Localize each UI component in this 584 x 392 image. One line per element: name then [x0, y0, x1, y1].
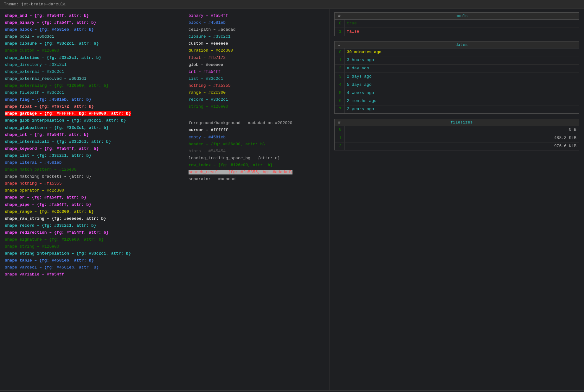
theme-title-bar: Theme: jet-brains-darcula	[0, 0, 584, 9]
code-line: glob – #eeeeee	[189, 61, 325, 68]
code-line: shape_flag – {fg: #4581eb, attr: b}	[5, 96, 179, 103]
code-line: shape_vardecl – {fg: #4581eb, attr: u}	[5, 264, 179, 271]
code-line: shape_binary – {fg: #fa54ff, attr: b}	[5, 19, 179, 26]
code-line: string – #126e00	[189, 103, 325, 110]
code-line: binary – #fa54ff	[189, 12, 325, 19]
code-line: list – #33c2c1	[189, 75, 325, 82]
code-line: shape_block – {fg: #4581eb, attr: b}	[5, 26, 179, 33]
code-line: range – #c2c300	[189, 89, 325, 96]
code-line: shape_literal – #4581eb	[5, 159, 179, 166]
code-line: shape_match_pattern – #126e00	[5, 166, 179, 173]
code-line: empty – #4581eb	[189, 134, 325, 141]
code-line: shape_float – {fg: #fb7172, attr: b}	[5, 103, 179, 110]
code-line: nothing – #fa5355	[189, 82, 325, 89]
filesizes-label-header: filesizes	[344, 119, 579, 126]
code-line: shape_externalarg – {fg: #126e00, attr: …	[5, 82, 179, 89]
code-line: shape_and – {fg: #fa54ff, attr: b}	[5, 12, 179, 19]
bools-label-header: bools	[344, 13, 579, 20]
code-line: shape_raw_string – {fg: #eeeeee, attr: b…	[5, 215, 179, 222]
code-line: row_index – {fg: #126e00, attr: b}	[189, 162, 325, 169]
main-content: shape_and – {fg: #fa54ff, attr: b}shape_…	[0, 9, 584, 391]
code-line: shape_globpattern – {fg: #33c2c1, attr: …	[5, 124, 179, 131]
code-line: record – #33c2c1	[189, 96, 325, 103]
code-line: shape_int – {fg: #fa54ff, attr: b}	[5, 131, 179, 138]
code-line: shape_internalcall – {fg: #33c2c1, attr:…	[5, 138, 179, 145]
code-line: shape_operator – #c2c300	[5, 187, 179, 194]
code-line: cursor – #ffffff	[189, 127, 325, 134]
code-line: custom – #eeeeee	[189, 40, 325, 47]
code-line: shape_datetime – {fg: #33c2c1, attr: b}	[5, 54, 179, 61]
right-column: # bools 0true1false # dates 030 minutes …	[330, 9, 584, 390]
code-line: shape_keyword – {fg: #fa54ff, attr: b}	[5, 145, 179, 152]
code-line: shape_garbage – {fg: #FFFFFF, bg: #FF000…	[5, 110, 179, 117]
code-line: cell-path – #adadad	[189, 26, 325, 33]
code-line: float – #fb7172	[189, 54, 325, 61]
code-line: duration – #c2c300	[189, 47, 325, 54]
code-line: shape_string – #126e00	[5, 243, 179, 250]
filesizes-hash-header: #	[335, 119, 344, 126]
code-line: shape_external – #33c2c1	[5, 68, 179, 75]
code-line: int – #fa54ff	[189, 68, 325, 75]
code-line: shape_nothing – #fa5355	[5, 180, 179, 187]
bools-table: # bools 0true1false	[334, 12, 579, 36]
bools-hash-header: #	[335, 13, 344, 20]
code-line: hints – #545454	[189, 148, 325, 155]
filesizes-table: # filesizes 00 B1488.3 KiB2976.6 KiB	[334, 119, 579, 150]
code-line: shape_glob_interpolation – {fg: #33c2c1,…	[5, 117, 179, 124]
code-line: header – {fg: #126e00, attr: b}	[189, 141, 325, 148]
code-line: shape_custom – #126e00	[5, 47, 179, 54]
code-line: shape_string_interpolation – {fg: #33c2c…	[5, 250, 179, 257]
dates-table: # dates 030 minutes ago13 hours ago2a da…	[334, 41, 579, 114]
code-line: shape_list – {fg: #33c2c1, attr: b}	[5, 152, 179, 159]
dates-hash-header: #	[335, 41, 344, 48]
code-line: shape_record – {fg: #33c2c1, attr: b}	[5, 222, 179, 229]
code-line: shape_range – {fg: #c2c300, attr: b}	[5, 208, 179, 215]
code-line: shape_or – {fg: #fa54ff, attr: b}	[5, 194, 179, 201]
left-column: shape_and – {fg: #fa54ff, attr: b}shape_…	[0, 9, 184, 390]
code-line: shape_table – {fg: #4581eb, attr: b}	[5, 257, 179, 264]
code-line: shape_redirection – {fg: #fa54ff, attr: …	[5, 229, 179, 236]
code-line: shape_matching_brackets – {attr: u}	[5, 173, 179, 180]
code-line: shape_bool – #60d3d1	[5, 33, 179, 40]
code-line: closure – #33c2c1	[189, 33, 325, 40]
code-line: shape_filepath – #33c2c1	[5, 89, 179, 96]
code-line: shape_variable – #fa54ff	[5, 271, 179, 278]
code-line: shape_signature – {fg: #126e00, attr: b}	[5, 236, 179, 243]
code-line: foreground/background – #adadad on #2020…	[189, 120, 325, 127]
code-line: shape_directory – #33c2c1	[5, 61, 179, 68]
dates-label-header: dates	[344, 41, 579, 48]
code-line: shape_closure – {fg: #33c2c1, attr: b}	[5, 40, 179, 47]
code-line: search_result – {fg: #fa5355, bg: #adada…	[189, 169, 325, 176]
code-line: leading_trailing_space_bg – {attr: n}	[189, 155, 325, 162]
theme-label: Theme: jet-brains-darcula	[0, 0, 584, 9]
code-line: separator – #adadad	[189, 176, 325, 183]
code-line: shape_pipe – {fg: #fa54ff, attr: b}	[5, 201, 179, 208]
code-line: block – #4581eb	[189, 19, 325, 26]
middle-column: binary – #fa54ffblock – #4581ebcell-path…	[184, 9, 330, 390]
code-line: shape_external_resolved – #60d3d1	[5, 75, 179, 82]
